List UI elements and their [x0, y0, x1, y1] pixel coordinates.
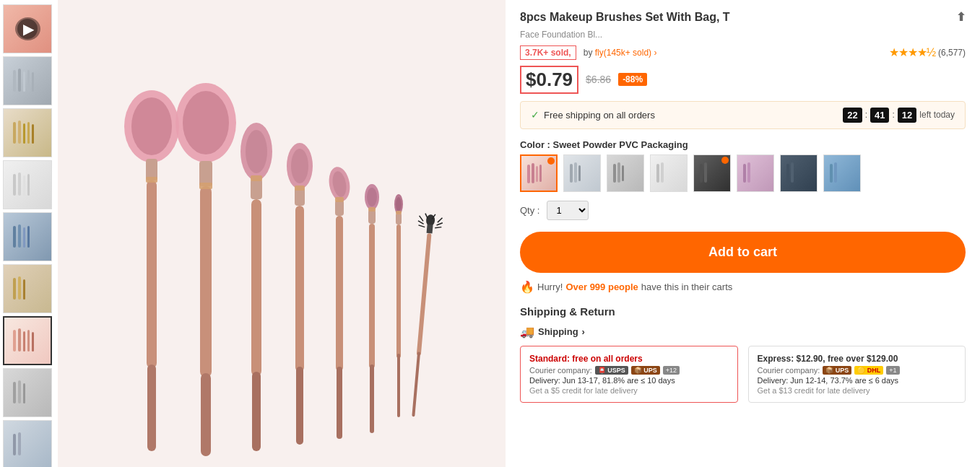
- flame-icon: 🔥: [520, 280, 534, 294]
- svg-rect-59: [337, 367, 342, 439]
- svg-rect-95: [578, 165, 581, 181]
- svg-rect-53: [295, 206, 304, 372]
- svg-rect-108: [834, 162, 837, 183]
- hurry-text: 🔥 Hurry! Over 999 people have this in th…: [520, 280, 966, 294]
- svg-rect-22: [18, 328, 21, 352]
- shipping-return-title: Shipping & Return: [520, 305, 966, 318]
- main-image-area: [58, 0, 506, 467]
- express-courier-row: Courier company: 📦 UPS 🟡 DHL +1: [758, 366, 957, 375]
- review-count: (6,577): [938, 48, 966, 58]
- svg-rect-96: [613, 164, 616, 183]
- standard-credit-info: Get a $5 credit for late delivery: [529, 386, 729, 395]
- svg-point-41: [183, 91, 229, 154]
- qty-label: Qty :: [520, 205, 539, 216]
- product-info-panel: 8pcs Makeup Brushes Set With Bag, T ⬆ Fa…: [506, 0, 980, 467]
- svg-rect-21: [13, 330, 16, 352]
- svg-rect-57: [335, 200, 344, 216]
- usps-badge: 📮 USPS: [595, 366, 628, 375]
- qty-select[interactable]: 1 2 3 4 5: [547, 201, 589, 220]
- shipping-options: Standard: free on all orders Courier com…: [520, 346, 966, 403]
- svg-rect-0: [13, 70, 16, 92]
- svg-rect-91: [536, 166, 538, 182]
- svg-rect-8: [27, 122, 30, 144]
- ups-badge: 📦 UPS: [631, 366, 660, 375]
- thumbnail-6[interactable]: [3, 316, 52, 365]
- svg-rect-14: [13, 226, 16, 248]
- color-swatch-blue[interactable]: [823, 154, 861, 192]
- color-swatch-silver[interactable]: [563, 154, 601, 192]
- svg-rect-30: [18, 432, 21, 455]
- thumbnail-2[interactable]: [3, 108, 52, 157]
- thumbnail-8[interactable]: [3, 420, 52, 467]
- svg-rect-13: [27, 174, 30, 196]
- thumbnail-video[interactable]: ▶: [3, 4, 52, 53]
- svg-line-77: [435, 227, 441, 229]
- color-swatch-purple[interactable]: [737, 154, 774, 192]
- svg-rect-88: [396, 211, 402, 214]
- thumbnail-sidebar: ▶: [0, 0, 58, 467]
- color-swatches: [520, 154, 966, 192]
- svg-rect-27: [18, 380, 21, 403]
- shipping-truck-icon: 🚚: [520, 325, 534, 339]
- express-ups-badge: 📦 UPS: [823, 366, 851, 375]
- thumbnail-4[interactable]: [3, 212, 52, 261]
- color-swatch-dark[interactable]: [693, 154, 731, 192]
- svg-rect-3: [27, 70, 30, 92]
- svg-rect-10: [13, 174, 16, 196]
- svg-rect-25: [32, 332, 34, 352]
- standard-shipping[interactable]: Standard: free on all orders Courier com…: [520, 346, 738, 403]
- countdown-timer: 22 : 41 : 12 left today: [843, 108, 955, 123]
- thumbnail-5[interactable]: [3, 264, 52, 313]
- free-shipping-text: ✓ Free shipping on all orders: [531, 109, 655, 121]
- color-swatch-gray[interactable]: [607, 154, 644, 192]
- share-icon[interactable]: ⬆: [956, 10, 966, 25]
- svg-rect-26: [13, 382, 16, 403]
- svg-rect-102: [704, 162, 707, 183]
- svg-line-75: [438, 217, 443, 222]
- thumbnail-1[interactable]: [3, 56, 52, 105]
- selected-indicator-2: [721, 157, 729, 164]
- svg-rect-84: [251, 175, 262, 181]
- svg-point-46: [246, 130, 267, 173]
- svg-rect-93: [570, 164, 573, 183]
- svg-rect-83: [199, 183, 212, 189]
- add-to-cart-button[interactable]: Add to cart: [520, 232, 966, 273]
- svg-line-76: [437, 222, 443, 226]
- svg-rect-54: [296, 367, 303, 445]
- thumbnail-7[interactable]: [3, 368, 52, 417]
- standard-delivery-info: Delivery: Jun 13-17, 81.8% are ≤ 10 days: [529, 376, 729, 385]
- svg-rect-107: [830, 164, 833, 183]
- express-shipping-title: Express: $12.90, free over $129.00: [758, 354, 957, 364]
- star-rating: ★★★★½: [889, 45, 935, 59]
- color-swatch-white[interactable]: [650, 154, 688, 192]
- svg-rect-47: [251, 179, 262, 199]
- svg-rect-7: [23, 123, 25, 144]
- svg-rect-101: [700, 164, 703, 183]
- svg-rect-82: [146, 177, 157, 183]
- shipping-link[interactable]: 🚚 Shipping ›: [520, 325, 966, 339]
- color-swatch-pink[interactable]: [520, 154, 558, 192]
- svg-rect-2: [23, 71, 25, 92]
- svg-rect-17: [27, 226, 30, 248]
- svg-rect-11: [18, 173, 21, 196]
- svg-rect-48: [251, 199, 261, 376]
- timer-suffix: left today: [919, 110, 955, 120]
- thumbnail-3[interactable]: [3, 160, 52, 209]
- svg-rect-18: [13, 278, 16, 300]
- seller-link[interactable]: fly(145k+ sold) ›: [595, 48, 657, 58]
- svg-rect-12: [23, 175, 25, 196]
- svg-rect-105: [786, 164, 789, 183]
- svg-rect-67: [396, 213, 402, 224]
- color-swatch-teal[interactable]: [780, 154, 818, 192]
- svg-rect-100: [661, 162, 664, 183]
- svg-rect-104: [747, 162, 750, 183]
- svg-rect-16: [23, 227, 25, 248]
- svg-rect-64: [370, 365, 374, 433]
- color-section: Color : Sweet Powder PVC Packaging: [520, 139, 966, 192]
- hurry-people-count: Over 999 people: [565, 281, 638, 292]
- page-container: ▶: [0, 0, 980, 467]
- dhl-badge: 🟡 DHL: [854, 366, 883, 375]
- svg-rect-98: [622, 165, 624, 181]
- original-price: $6.86: [586, 74, 611, 85]
- express-shipping[interactable]: Express: $12.90, free over $129.00 Couri…: [748, 346, 966, 403]
